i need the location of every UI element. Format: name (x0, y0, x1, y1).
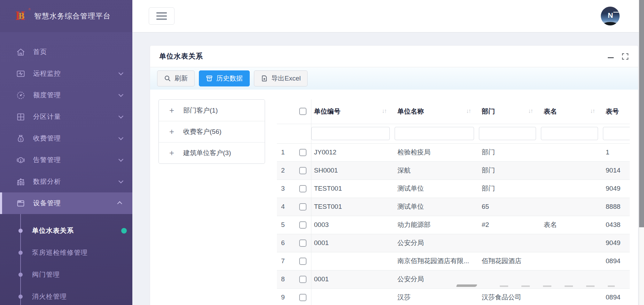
tree-node-2[interactable]: +建筑单位客户(3) (159, 142, 265, 163)
sidebar-toggle-button[interactable] (149, 7, 174, 25)
cell-dept: 佰翔花园酒店 (479, 252, 541, 270)
row-index: 1 (277, 143, 296, 161)
index-column-header (277, 99, 296, 124)
row-checkbox-cell (296, 234, 311, 252)
chevron-up-icon (117, 201, 122, 206)
logo-band: H B ® 智慧水务综合管理平台 (0, 0, 132, 32)
window-scrollbar-track[interactable] (639, 0, 644, 305)
column-header-label: 单位名称 (397, 108, 424, 115)
column-header-3[interactable]: 表名↓↑ (541, 99, 603, 124)
row-checkbox[interactable] (299, 294, 307, 301)
sidebar-subitem-2[interactable]: 阀门管理 (0, 264, 132, 285)
row-checkbox[interactable] (299, 276, 307, 283)
table-row[interactable]: 80001公安分局 (277, 270, 630, 288)
fullscreen-icon[interactable] (622, 53, 628, 60)
column-header-0[interactable]: 单位编号↓↑ (311, 99, 395, 124)
cell-meter-name (541, 198, 603, 216)
sidebar-item-4[interactable]: $收费管理 (0, 128, 132, 149)
expand-plus-icon[interactable]: + (169, 127, 177, 137)
sidebar-menu: 首页远程监控额度管理分区计量$收费管理告警管理数据分析设备管理单位水表关系泵房巡… (0, 32, 132, 305)
history-data-button[interactable]: 历史数据 (199, 70, 250, 86)
filter-input-3[interactable] (541, 127, 598, 140)
column-header-1[interactable]: 单位名称↓↑ (395, 99, 479, 124)
row-checkbox-cell (296, 252, 311, 270)
active-page-dot (121, 228, 127, 234)
sidebar-subitem-0[interactable]: 单位水表关系 (0, 220, 132, 242)
collapse-icon[interactable] (608, 57, 614, 58)
hamburger-icon (156, 12, 167, 14)
refresh-button[interactable]: 刷新 (157, 70, 195, 86)
chevron-down-icon (118, 157, 123, 162)
sidebar-item-label: 设备管理 (33, 199, 61, 208)
row-checkbox-cell (296, 161, 311, 180)
sidebar-item-0[interactable]: 首页 (0, 41, 132, 63)
column-header-2[interactable]: 部门↓↑ (479, 99, 541, 124)
filter-input-1[interactable] (395, 127, 474, 140)
expand-plus-icon[interactable]: + (169, 148, 177, 158)
refresh-button-label: 刷新 (174, 74, 188, 83)
table-row[interactable]: 60001公安分局9049 (277, 234, 630, 252)
sidebar-item-6[interactable]: 数据分析 (0, 171, 132, 192)
table-row[interactable]: 3TEST001测试单位部门9049 (277, 180, 630, 198)
expand-plus-icon[interactable]: + (169, 106, 177, 115)
row-checkbox[interactable] (299, 167, 307, 174)
filter-checkbox-cell (296, 124, 311, 143)
table-row[interactable]: 4TEST001测试单位658888 (277, 198, 630, 216)
cell-unit-code: 0001 (311, 270, 395, 288)
cell-unit-name: 汉莎 (395, 288, 479, 305)
row-checkbox[interactable] (299, 221, 307, 229)
row-checkbox[interactable] (299, 149, 307, 156)
sort-arrows-icon[interactable]: ↓↑ (382, 108, 386, 115)
sidebar-subitem-1[interactable]: 泵房巡检维修管理 (0, 242, 132, 264)
chevron-down-icon (118, 70, 123, 75)
select-all-checkbox[interactable] (299, 108, 307, 115)
sidebar-item-2[interactable]: 额度管理 (0, 84, 132, 106)
row-checkbox[interactable] (299, 185, 307, 192)
sidebar-subitem-3[interactable]: 消火栓管理 (0, 285, 132, 305)
sidebar-item-label: 数据分析 (33, 177, 61, 186)
gauge-icon (16, 91, 25, 100)
top-header: N (132, 0, 644, 32)
row-index: 4 (277, 198, 296, 216)
cell-meter-name (541, 288, 603, 305)
window-scrollbar-thumb[interactable] (639, 0, 644, 227)
moneybag-icon: $ (16, 134, 25, 143)
table-row[interactable]: 50003动力能源部#2表名0438 (277, 216, 630, 234)
cell-meter-no: 0438 (603, 216, 630, 234)
home-icon (16, 47, 25, 57)
filter-input-2[interactable] (479, 127, 536, 140)
column-header-label: 表名 (544, 108, 557, 115)
export-excel-button[interactable]: 导出Excel (254, 70, 308, 86)
cell-meter-name (541, 180, 603, 198)
table-row[interactable]: 2SH0001深航部门9014 (277, 161, 630, 180)
cell-dept: 部门 (479, 143, 541, 161)
table-row[interactable]: 1JY0012检验检疫局部门1 (277, 143, 630, 161)
row-checkbox[interactable] (299, 203, 307, 211)
row-checkbox[interactable] (299, 239, 307, 247)
cell-unit-code (311, 288, 395, 305)
row-checkbox[interactable] (299, 258, 307, 265)
sidebar-item-3[interactable]: 分区计量 (0, 106, 132, 128)
filter-input-4[interactable] (603, 127, 630, 140)
cell-meter-name (541, 143, 603, 161)
sidebar-item-5[interactable]: 告警管理 (0, 149, 132, 171)
user-avatar[interactable]: N (601, 7, 620, 25)
sort-arrows-icon[interactable]: ↓↑ (590, 108, 595, 115)
cell-meter-no: 0894 (603, 288, 630, 305)
sort-arrows-icon[interactable]: ↓↑ (528, 108, 533, 115)
tree-node-0[interactable]: +部门客户(1) (159, 100, 265, 121)
sidebar-item-label: 告警管理 (33, 155, 61, 165)
tree-node-1[interactable]: +收费客户(56) (159, 121, 265, 142)
brand-logo-icon: H B ® (15, 9, 29, 23)
row-index: 9 (277, 288, 296, 305)
table-row[interactable]: 9汉莎汉莎食品公司0894 (277, 288, 630, 305)
filter-input-0[interactable] (311, 127, 390, 140)
sort-arrows-icon[interactable]: ↓↑ (466, 108, 471, 115)
chevron-down-icon (118, 114, 123, 119)
sidebar-subitem-label: 消火栓管理 (32, 292, 67, 301)
cell-meter-no: 8888 (603, 198, 630, 216)
column-header-4[interactable]: 表号↓↑ (603, 99, 630, 124)
table-row[interactable]: 7南京佰翔花园酒店有限...佰翔花园酒店0894 (277, 252, 630, 270)
sidebar-item-7[interactable]: 设备管理 (0, 192, 132, 214)
sidebar-item-1[interactable]: 远程监控 (0, 63, 132, 84)
